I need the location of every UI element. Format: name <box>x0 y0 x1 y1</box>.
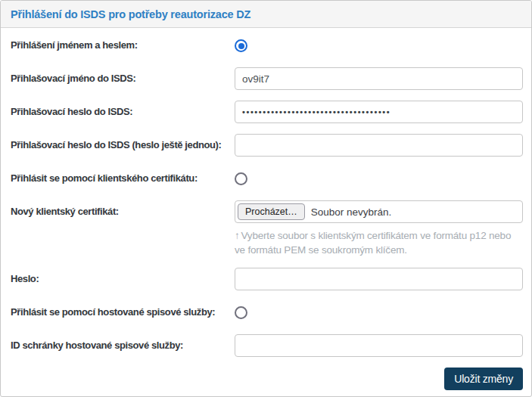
field-label-certificate-password: Heslo: <box>11 273 235 285</box>
field-label-isds-password-repeat: Přihlašovací heslo do ISDS (heslo ještě … <box>11 139 235 151</box>
field-control <box>235 39 523 52</box>
form-row: Přihlásit se pomocí klientského certifik… <box>11 167 523 190</box>
field-control: Procházet… Soubor nevybrán. ↑Vyberte sou… <box>235 200 523 257</box>
radio-client-certificate[interactable] <box>235 172 247 185</box>
form-row: Přihlášení jménem a heslem: <box>11 34 523 57</box>
field-label-isds-username: Přihlašovací jméno do ISDS: <box>11 73 235 85</box>
field-label-hosted-box-id: ID schránky hostované spisové služby: <box>11 340 235 352</box>
form-row: Heslo: <box>11 268 523 290</box>
field-control <box>235 306 523 319</box>
field-control <box>235 101 523 123</box>
file-status-text: Soubor nevybrán. <box>311 206 392 218</box>
hosted-box-id-input[interactable] <box>235 334 523 357</box>
field-label-new-client-certificate: Nový klientský certifikát: <box>11 200 235 218</box>
field-control <box>235 268 523 290</box>
form-row: Přihlašovací jméno do ISDS: <box>11 67 523 90</box>
browse-button[interactable]: Procházet… <box>238 203 305 220</box>
isds-password-input[interactable] <box>235 101 523 123</box>
radio-login-name-password[interactable] <box>235 39 247 52</box>
certificate-help-text: ↑Vyberte soubor s klientským certifikáte… <box>235 228 516 257</box>
form-row: ID schránky hostované spisové služby: <box>11 334 523 357</box>
field-control <box>235 334 523 357</box>
arrow-up-icon: ↑ <box>235 230 240 241</box>
field-control <box>235 134 523 157</box>
certificate-help-label: Vyberte soubor s klientským certifikátem… <box>235 230 511 256</box>
field-control <box>235 67 523 90</box>
form-row: Přihlašovací heslo do ISDS: <box>11 101 523 123</box>
field-label-login-name-password: Přihlášení jménem a heslem: <box>11 39 235 51</box>
save-changes-button[interactable]: Uložit změny <box>444 368 523 390</box>
certificate-file-input[interactable]: Procházet… Soubor nevybrán. <box>235 200 523 223</box>
certificate-password-input[interactable] <box>235 268 523 290</box>
panel-body: Přihlášení jménem a heslem: Přihlašovací… <box>1 28 531 390</box>
isds-username-input[interactable] <box>235 67 523 90</box>
field-label-hosted-filing-service: Přihlásit se pomocí hostované spisové sl… <box>11 306 235 318</box>
isds-login-panel: Přihlášení do ISDS pro potřeby reautoriz… <box>0 0 532 397</box>
form-row: Přihlásit se pomocí hostované spisové sl… <box>11 301 523 324</box>
panel-title: Přihlášení do ISDS pro potřeby reautoriz… <box>11 8 250 20</box>
form-row: Přihlašovací heslo do ISDS (heslo ještě … <box>11 134 523 157</box>
field-control <box>235 172 523 185</box>
field-label-client-certificate: Přihlásit se pomocí klientského certifik… <box>11 172 235 185</box>
form-row: Nový klientský certifikát: Procházet… So… <box>11 200 523 257</box>
radio-hosted-filing-service[interactable] <box>235 306 247 319</box>
field-label-isds-password: Přihlašovací heslo do ISDS: <box>11 106 235 118</box>
isds-password-repeat-input[interactable] <box>235 134 523 157</box>
submit-row: Uložit změny <box>11 368 523 390</box>
panel-header: Přihlášení do ISDS pro potřeby reautoriz… <box>1 1 531 28</box>
